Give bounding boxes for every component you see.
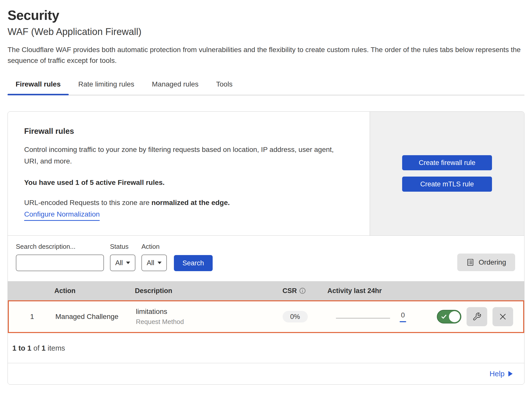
firewall-rule-row[interactable]: 1 Managed Challenge limitations Request … — [8, 300, 524, 333]
help-link[interactable]: Help — [489, 370, 513, 378]
card-footer: Help — [8, 363, 524, 384]
rule-expression-summary: Request Method — [136, 318, 262, 326]
rule-enabled-toggle[interactable] — [437, 310, 461, 323]
arrow-right-icon — [508, 371, 513, 377]
column-header-csr: CSR — [261, 287, 327, 295]
summary-separator: of — [31, 344, 42, 352]
status-filter-select[interactable]: All — [110, 255, 135, 271]
status-filter-field: Status All — [110, 243, 135, 271]
activity-count-underline — [400, 321, 406, 322]
pagination-summary: 1 to 1 of 1 items — [8, 333, 524, 363]
delete-rule-button[interactable] — [492, 307, 513, 326]
normalization-bold-text: normalized at the edge. — [151, 199, 230, 207]
help-link-label: Help — [489, 370, 505, 378]
security-waf-page: Security WAF (Web Application Firewall) … — [0, 0, 532, 412]
sparkline-flat-line — [336, 318, 390, 318]
rule-order-number: 1 — [9, 313, 55, 321]
toggle-knob — [449, 311, 460, 322]
rule-action-value: Managed Challenge — [55, 313, 136, 321]
wrench-icon — [472, 312, 481, 321]
column-header-description: Description — [135, 287, 261, 295]
search-description-field: Search description... — [16, 243, 104, 271]
activity-count-link[interactable]: 0 — [400, 311, 406, 322]
column-header-activity: Activity last 24hr — [327, 287, 524, 295]
ordering-button[interactable]: Ordering — [457, 254, 515, 271]
page-title: Security — [8, 0, 524, 23]
summary-total: 1 — [42, 344, 46, 352]
action-filter-label: Action — [141, 243, 167, 251]
info-icon[interactable] — [299, 287, 306, 294]
status-filter-label: Status — [110, 243, 135, 251]
page-subtitle: WAF (Web Application Firewall) — [8, 26, 524, 37]
rule-description: limitations — [136, 308, 262, 316]
rule-row-controls — [437, 307, 513, 326]
rule-csr-cell: 0% — [262, 311, 328, 322]
ordering-list-icon — [466, 258, 474, 266]
rules-tab-bar: Firewall rules Rate limiting rules Manag… — [8, 80, 524, 95]
tab-firewall-rules[interactable]: Firewall rules — [8, 80, 69, 95]
create-mtls-rule-button[interactable]: Create mTLS rule — [402, 177, 492, 192]
overview-description: Control incoming traffic to your zone by… — [24, 144, 341, 167]
summary-suffix: items — [46, 344, 65, 352]
check-icon — [441, 314, 447, 320]
rule-description-cell: limitations Request Method — [136, 308, 262, 326]
csr-header-label: CSR — [282, 287, 297, 295]
create-actions-panel: Create firewall rule Create mTLS rule — [370, 112, 524, 235]
csr-badge: 0% — [283, 311, 308, 322]
overview-heading: Firewall rules — [24, 127, 353, 136]
action-filter-field: Action All — [141, 243, 167, 271]
summary-range: 1 to 1 — [12, 344, 31, 352]
chevron-down-icon — [158, 262, 162, 264]
normalization-text: URL-encoded Requests to this zone are — [24, 199, 151, 207]
rules-table-header: Action Description CSR Activity last 24h… — [8, 281, 524, 300]
close-icon — [499, 312, 507, 321]
ordering-button-label: Ordering — [479, 258, 506, 266]
status-filter-value: All — [115, 259, 123, 267]
configure-normalization-link[interactable]: Configure Normalization — [24, 210, 100, 221]
tab-rate-limiting-rules[interactable]: Rate limiting rules — [70, 80, 142, 95]
action-filter-value: All — [147, 259, 154, 267]
page-description: The Cloudflare WAF provides both automat… — [8, 44, 524, 66]
normalization-note: URL-encoded Requests to this zone are no… — [24, 199, 353, 207]
activity-sparkline: 0 — [336, 311, 406, 322]
column-header-action: Action — [54, 287, 135, 295]
search-input[interactable] — [22, 259, 107, 267]
chevron-down-icon — [126, 262, 130, 264]
firewall-rules-card: Firewall rules Control incoming traffic … — [8, 111, 524, 385]
tab-tools[interactable]: Tools — [208, 80, 241, 95]
rule-activity-cell: 0 — [328, 307, 523, 326]
firewall-rules-overview: Firewall rules Control incoming traffic … — [8, 112, 524, 236]
search-description-label: Search description... — [16, 243, 104, 251]
action-filter-select[interactable]: All — [141, 255, 167, 271]
filter-fields: Search description... Status All — [16, 243, 213, 271]
search-input-box — [16, 255, 104, 271]
search-button[interactable]: Search — [174, 255, 213, 271]
edit-rule-button[interactable] — [467, 307, 487, 326]
filter-toolbar: Search description... Status All — [8, 236, 524, 281]
create-firewall-rule-button[interactable]: Create firewall rule — [402, 155, 492, 170]
activity-count: 0 — [401, 311, 405, 319]
overview-text-block: Firewall rules Control incoming traffic … — [8, 112, 370, 235]
tab-managed-rules[interactable]: Managed rules — [144, 80, 207, 95]
usage-summary: You have used 1 of 5 active Firewall rul… — [24, 179, 353, 187]
